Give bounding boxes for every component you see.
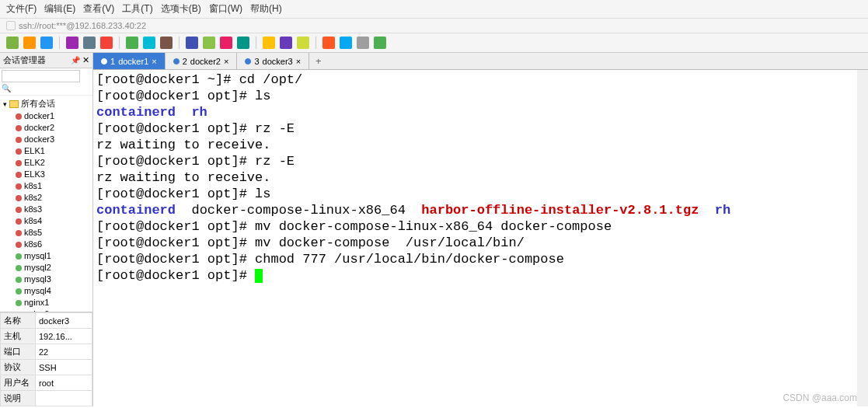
- tab-docker2[interactable]: 2docker2×: [166, 53, 238, 69]
- toolbar-button-7[interactable]: [143, 37, 155, 49]
- toolbar-button-1[interactable]: [23, 37, 36, 49]
- toolbar-button-14[interactable]: [280, 37, 292, 49]
- search-icon[interactable]: 🔍: [2, 84, 11, 92]
- sidebar-item-label: nginx1: [24, 297, 49, 309]
- sidebar-item-docker2[interactable]: docker2: [2, 122, 91, 134]
- tab-label: docker1: [118, 57, 148, 66]
- tab-label: docker3: [263, 57, 293, 66]
- toolbar-button-17[interactable]: [340, 37, 352, 49]
- terminal-line: [root@docker1 opt]# ls: [96, 88, 854, 104]
- toolbar-button-16[interactable]: [322, 37, 335, 49]
- toolbar-button-11[interactable]: [220, 37, 232, 49]
- close-icon[interactable]: ✕: [82, 55, 89, 65]
- sidebar-item-ELK2[interactable]: ELK2: [2, 157, 91, 169]
- prop-key: 说明: [1, 391, 36, 406]
- sidebar-item-nginx1[interactable]: nginx1: [2, 297, 91, 309]
- tab-close-icon[interactable]: ×: [296, 57, 301, 66]
- sidebar-filter-input[interactable]: [2, 70, 80, 82]
- menu-tabs[interactable]: 选项卡(B): [161, 2, 201, 16]
- terminal-text: [root@docker1 opt]# rz -E: [96, 154, 295, 169]
- toolbar-button-3[interactable]: [66, 37, 78, 49]
- sidebar-item-mysql3[interactable]: mysql3: [2, 274, 91, 285]
- sidebar-item-ELK1[interactable]: ELK1: [2, 145, 91, 157]
- tab-close-icon[interactable]: ×: [152, 57, 156, 66]
- menu-tools[interactable]: 工具(T): [122, 2, 152, 16]
- status-dot-icon: [16, 242, 22, 248]
- terminal[interactable]: [root@docker1 ~]# cd /opt/[root@docker1 …: [93, 70, 868, 406]
- prop-value: 192.16...: [36, 329, 92, 344]
- status-dot-icon: [16, 137, 22, 143]
- sidebar-item-ELK3[interactable]: ELK3: [2, 169, 91, 180]
- toolbar-button-10[interactable]: [203, 37, 215, 49]
- sidebar-item-k8s6[interactable]: k8s6: [2, 239, 91, 250]
- prop-value: docker3: [36, 313, 92, 329]
- sidebar-item-label: ELK1: [24, 145, 45, 157]
- sidebar-item-k8s5[interactable]: k8s5: [2, 227, 91, 239]
- status-dot-icon: [16, 125, 22, 131]
- menu-view[interactable]: 查看(V): [83, 2, 114, 16]
- toolbar-button-19[interactable]: [374, 37, 386, 49]
- new-tab-button[interactable]: +: [309, 55, 328, 67]
- status-dot-icon: [16, 265, 22, 271]
- sidebar-item-mysql4[interactable]: mysql4: [2, 285, 91, 297]
- toolbar-button-0[interactable]: [6, 37, 19, 49]
- sidebar-item-label: k8s5: [24, 227, 42, 239]
- folder-icon: [9, 100, 19, 108]
- tabbar: 1docker1×2docker2×3docker3×+: [93, 53, 868, 70]
- menu-window[interactable]: 窗口(W): [209, 2, 242, 16]
- tree-root[interactable]: ▾ 所有会话: [2, 97, 91, 110]
- terminal-text: [root@docker1 opt]# ls: [96, 89, 270, 103]
- toolbar-button-2[interactable]: [40, 37, 53, 49]
- toolbar: [0, 33, 868, 53]
- tab-number: 3: [254, 57, 259, 66]
- toolbar-button-4[interactable]: [83, 37, 96, 49]
- terminal-text: [root@docker1 opt]# rz -E: [96, 121, 295, 136]
- sidebar-title: 会话管理器: [3, 54, 46, 66]
- toolbar-button-12[interactable]: [237, 37, 249, 49]
- sidebar-item-mysql1[interactable]: mysql1: [2, 250, 91, 262]
- tree-root-label: 所有会话: [21, 98, 55, 110]
- sidebar-item-label: k8s2: [24, 192, 42, 204]
- session-tree: ▾ 所有会话 docker1docker2docker3ELK1ELK2ELK3…: [0, 96, 92, 312]
- toolbar-button-18[interactable]: [357, 37, 369, 49]
- prop-row: 名称docker3: [1, 313, 92, 329]
- toolbar-button-8[interactable]: [160, 37, 173, 49]
- sidebar-item-k8s3[interactable]: k8s3: [2, 204, 91, 215]
- pin-icon[interactable]: 📌: [71, 56, 80, 65]
- terminal-cursor: [255, 269, 263, 283]
- toolbar-separator: [119, 37, 120, 49]
- sidebar-item-k8s4[interactable]: k8s4: [2, 215, 91, 227]
- terminal-text: [root@docker1 ~]# cd /opt/: [96, 72, 302, 87]
- terminal-line: [root@docker1 opt]# rz -E: [96, 153, 854, 169]
- menu-help[interactable]: 帮助(H): [250, 2, 282, 16]
- property-grid: 名称docker3主机192.16...端口22协议SSH用户名root说明: [0, 312, 92, 406]
- toolbar-button-13[interactable]: [263, 37, 275, 49]
- terminal-text: harbor-offline-installer-v2.8.1.tgz: [421, 203, 699, 218]
- sidebar-item-label: ELK2: [24, 157, 45, 169]
- toolbar-button-9[interactable]: [186, 37, 198, 49]
- status-dot-icon: [16, 148, 22, 155]
- sidebar-item-docker1[interactable]: docker1: [2, 110, 91, 122]
- tab-close-icon[interactable]: ×: [224, 57, 228, 66]
- prop-row: 协议SSH: [1, 360, 92, 375]
- menu-file[interactable]: 文件(F): [6, 2, 37, 16]
- terminal-text: [root@docker1 opt]# ls: [96, 187, 270, 201]
- sidebar-header: 会话管理器 📌 ✕: [0, 53, 92, 68]
- sidebar-item-mysql2[interactable]: mysql2: [2, 262, 91, 274]
- terminal-line: [root@docker1 ~]# cd /opt/: [96, 71, 854, 88]
- status-dot-icon: [16, 218, 22, 225]
- toolbar-button-6[interactable]: [126, 37, 138, 49]
- sidebar-item-k8s2[interactable]: k8s2: [2, 192, 91, 204]
- tab-docker1[interactable]: 1docker1×: [93, 53, 166, 69]
- prop-value: SSH: [36, 360, 92, 375]
- terminal-line: [root@docker1 opt]# rz -E: [96, 120, 854, 137]
- menu-edit[interactable]: 编辑(E): [44, 2, 75, 16]
- sidebar-item-k8s1[interactable]: k8s1: [2, 180, 91, 192]
- toolbar-button-15[interactable]: [297, 37, 309, 49]
- terminal-text: [root@docker1 opt]# chmod 777 /usr/local…: [96, 252, 564, 267]
- sidebar-item-docker3[interactable]: docker3: [2, 134, 91, 145]
- toolbar-button-5[interactable]: [100, 37, 113, 49]
- tab-docker3[interactable]: 3docker3×: [237, 53, 309, 69]
- prop-value: [36, 391, 92, 406]
- status-dot-icon: [16, 253, 22, 260]
